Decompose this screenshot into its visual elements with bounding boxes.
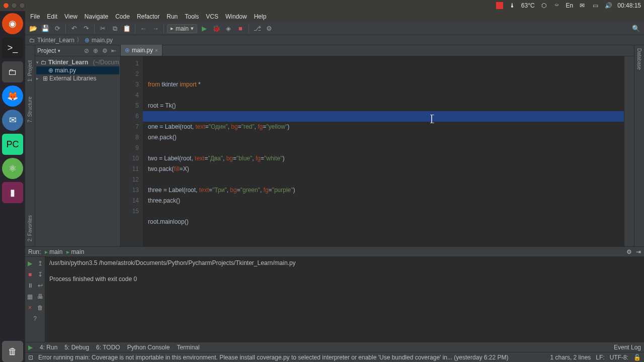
forward-icon[interactable]: → [150,24,160,34]
atom-icon[interactable]: ⚛ [2,158,23,179]
down-icon[interactable]: ↧ [36,270,45,279]
code-content[interactable]: from tkinter import * root = Tk() one = … [143,56,624,246]
editor-tab[interactable]: ⊕ main.py × [121,45,163,56]
debug-icon[interactable]: 🐞 [211,24,221,34]
thunderbird-icon[interactable]: ✉ [2,110,23,131]
window-minimize-button[interactable] [11,3,17,9]
save-icon[interactable]: 💾 [40,24,50,34]
menu-vcs[interactable]: VCS [206,13,218,20]
stop-icon[interactable]: ■ [235,24,246,34]
firefox-icon[interactable]: 🦊 [2,85,23,107]
vcs-icon[interactable]: ⎇ [252,24,262,34]
project-tree[interactable]: ▾🗀Tkinter_Learn (~/Docum ⊕main.py ▸⊞Exte… [35,56,120,84]
menu-window[interactable]: Window [225,13,247,20]
print-icon[interactable]: 🖶 [36,292,45,301]
tool-pyconsole[interactable]: Python Console [127,344,170,351]
folder-icon: 🗀 [29,37,35,44]
menu-help[interactable]: Help [254,13,267,20]
menu-edit[interactable]: Edit [47,13,57,20]
refresh-icon[interactable]: ⟳ [52,24,62,34]
menu-file[interactable]: File [30,13,40,20]
search-icon[interactable]: 🔍 [631,24,641,34]
status-position[interactable]: 1 chars, 2 lines [550,354,591,361]
menu-refactor[interactable]: Refactor [137,13,159,20]
status-encoding[interactable]: UTF-8: [610,354,628,361]
menu-tools[interactable]: Tools [185,13,199,20]
status-bar: ⊡ Error running main: Coverage is not im… [25,352,644,362]
cut-icon[interactable]: ✂ [98,24,108,34]
pycharm-icon[interactable]: PC [2,134,23,155]
settings-icon[interactable]: ⚙ [264,24,274,34]
gear-icon[interactable]: ⚙ [102,47,109,54]
menu-view[interactable]: View [64,13,77,20]
back-icon[interactable]: ← [138,24,148,34]
tree-external[interactable]: External Libraries [49,75,96,82]
project-tool-tab[interactable]: 1: Project [27,60,33,81]
wrap-icon[interactable]: ↩ [36,281,45,290]
window-maximize-button[interactable] [19,3,25,9]
paste-icon[interactable]: 📋 [122,24,132,34]
run-tab[interactable]: ▸main [66,248,84,255]
dropbox-icon[interactable]: ⬡ [540,2,548,10]
battery-icon[interactable]: ▭ [591,2,599,10]
tool-run[interactable]: 4: Run [40,344,57,351]
copy-icon[interactable]: ⧉ [110,24,120,34]
favorites-tool-tab[interactable]: 2: Favorites [27,215,33,241]
code-editor[interactable]: 123456789101112131415 from tkinter impor… [121,56,634,246]
tool-eventlog[interactable]: Event Log [614,344,641,351]
run-output[interactable]: /usr/bin/python3.5 /home/astrok/Document… [45,257,644,342]
undo-icon[interactable]: ↶ [69,24,79,34]
tool-debug[interactable]: 5: Debug [64,344,89,351]
stop-icon[interactable]: ■ [26,270,35,279]
trash-icon[interactable]: 🗑 [36,303,45,312]
app-icon[interactable]: ▮ [2,182,23,203]
rerun-icon[interactable]: ▶ [26,259,35,268]
line-gutter: 123456789101112131415 [121,56,143,246]
close-icon[interactable]: × [26,303,35,312]
editor-tabbar: ⊕ main.py × [121,45,634,56]
volume-icon[interactable]: 🔊 [604,2,612,10]
run-icon[interactable]: ▶ [199,24,209,34]
mail-icon[interactable]: ✉ [578,2,586,10]
help-icon[interactable]: ? [31,314,40,323]
hide-icon[interactable]: ⇤ [111,47,118,54]
trash-icon[interactable]: 🗑 [2,341,23,362]
tool-todo[interactable]: 6: TODO [96,344,120,351]
menu-navigate[interactable]: Navigate [85,13,108,20]
python-file-icon: ⊕ [85,37,90,44]
keyboard-lang[interactable]: En [566,2,574,9]
crumb-file[interactable]: main.py [92,37,113,44]
hide-icon[interactable]: ⇥ [636,248,641,255]
close-tab-icon[interactable]: × [155,48,158,53]
collapse-icon[interactable]: ⊘ [84,47,91,54]
tool-terminal[interactable]: Terminal [177,344,199,351]
clock[interactable]: 00:48:15 [617,2,641,9]
pause-icon[interactable]: ⏸ [26,281,35,290]
tree-file[interactable]: main.py [55,67,76,74]
layout-icon[interactable]: ▦ [26,292,35,301]
dash-icon[interactable]: ◉ [2,13,23,34]
run-tab[interactable]: ▸main [45,248,62,255]
bottom-tool-stripe: ▶4: Run 5: Debug 6: TODO Python Console … [25,342,644,352]
open-icon[interactable]: 📂 [28,24,38,34]
lock-icon[interactable]: 🔓 [633,354,641,361]
database-tool-tab[interactable]: Database [636,48,642,70]
crumb-project[interactable]: Tkinter_Learn [37,37,74,44]
redo-icon[interactable]: ↷ [81,24,91,34]
status-lineend[interactable]: LF: [596,354,604,361]
up-icon[interactable]: ↥ [36,259,45,268]
window-close-button[interactable] [3,3,9,9]
run-config-selector[interactable]: ▸ main ▾ [167,24,197,33]
structure-tool-tab[interactable]: 7: Structure [27,97,33,123]
menu-run[interactable]: Run [167,13,178,20]
terminal-icon[interactable]: >_ [2,37,23,58]
target-icon[interactable]: ⊕ [93,47,100,54]
editor-area: ⊕ main.py × 123456789101112131415 from t… [121,45,634,246]
tree-root[interactable]: Tkinter_Learn [48,59,88,66]
run-exit-msg: Process finished with exit code 0 [49,275,640,283]
files-icon[interactable]: 🗀 [2,61,23,82]
menu-code[interactable]: Code [115,13,130,20]
wifi-icon[interactable]: ⌔ [553,2,561,10]
coverage-icon[interactable]: ◈ [223,24,233,34]
gear-icon[interactable]: ⚙ [626,248,632,255]
